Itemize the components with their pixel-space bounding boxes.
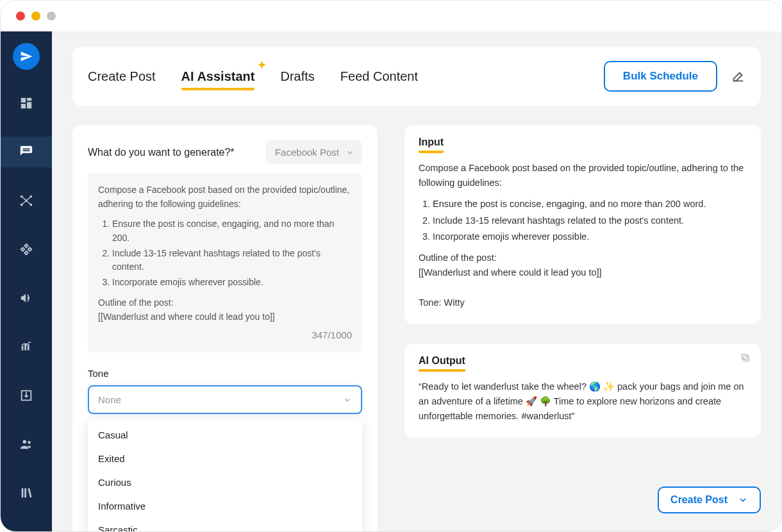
- prompt-textarea[interactable]: Compose a Facebook post based on the pro…: [88, 173, 362, 353]
- outline-value: [[Wanderlust and where could it lead you…: [98, 310, 352, 324]
- sidebar-item-team[interactable]: [1, 429, 52, 460]
- input-g1: Ensure the post is concise, engaging, an…: [433, 197, 747, 212]
- chevron-down-icon: [343, 395, 352, 404]
- svg-rect-8: [742, 354, 747, 359]
- copy-icon[interactable]: [740, 353, 751, 363]
- tab-ai-assistant[interactable]: AI Assistant ✦: [181, 69, 255, 84]
- sidebar: [1, 31, 52, 531]
- sidebar-item-analytics[interactable]: [1, 331, 52, 362]
- tone-option-casual[interactable]: Casual: [88, 423, 362, 447]
- input-guidelines: Ensure the post is concise, engaging, an…: [419, 197, 747, 244]
- output-card-title: AI Output: [419, 355, 465, 372]
- input-card: Input Compose a Facebook post based on t…: [404, 125, 761, 324]
- chevron-down-icon: [738, 495, 748, 505]
- window-close-dot[interactable]: [16, 12, 25, 21]
- chevron-down-icon: [345, 148, 354, 157]
- guideline-2: Include 13-15 relevant hashtags related …: [112, 247, 352, 274]
- tab-list: Create Post AI Assistant ✦ Drafts Feed C…: [88, 69, 418, 84]
- tab-drafts[interactable]: Drafts: [280, 69, 314, 84]
- guideline-1: Ensure the post is concise, engaging, an…: [112, 217, 352, 245]
- grid-icon: [19, 96, 33, 110]
- sidebar-item-library[interactable]: [1, 478, 52, 508]
- input-g2: Include 13-15 relevant hashtags related …: [433, 213, 747, 228]
- sparkle-icon: ✦: [258, 59, 266, 71]
- tab-create-post[interactable]: Create Post: [88, 69, 156, 84]
- input-outline-label: Outline of the post:: [419, 251, 747, 265]
- tone-select[interactable]: None: [88, 385, 362, 414]
- sidebar-item-dashboard[interactable]: [1, 88, 52, 119]
- output-card: AI Output “Ready to let wanderlust take …: [404, 344, 761, 438]
- create-post-button[interactable]: Create Post: [658, 486, 761, 513]
- tone-label: Tone: [88, 368, 362, 379]
- topbar: Create Post AI Assistant ✦ Drafts Feed C…: [72, 47, 761, 106]
- chart-icon: [19, 340, 33, 354]
- window-titlebar: [1, 1, 781, 31]
- main-content: Create Post AI Assistant ✦ Drafts Feed C…: [52, 31, 781, 531]
- window-maximize-dot[interactable]: [47, 12, 56, 21]
- sidebar-item-target[interactable]: [1, 234, 52, 265]
- sidebar-item-network[interactable]: [1, 185, 52, 216]
- megaphone-icon: [19, 291, 33, 305]
- people-icon: [19, 437, 33, 451]
- library-icon: [19, 486, 33, 500]
- tone-placeholder: None: [98, 394, 121, 405]
- tab-ai-assistant-label: AI Assistant: [181, 69, 255, 83]
- bulk-schedule-button[interactable]: Bulk Schedule: [604, 61, 717, 92]
- sidebar-item-compose[interactable]: [1, 137, 52, 167]
- send-icon: [20, 50, 33, 63]
- input-outline-value: [[Wanderlust and where could it lead you…: [419, 265, 747, 280]
- window-minimize-dot[interactable]: [31, 12, 40, 21]
- tone-option-curious[interactable]: Curious: [88, 470, 362, 494]
- post-type-select[interactable]: Facebook Post: [266, 140, 362, 164]
- prompt-intro: Compose a Facebook post based on the pro…: [98, 183, 352, 211]
- tab-feed-content[interactable]: Feed Content: [340, 69, 418, 84]
- svg-rect-7: [744, 356, 749, 361]
- prompt-guidelines: Ensure the post is concise, engaging, an…: [98, 217, 352, 289]
- input-card-title: Input: [419, 137, 444, 153]
- app-logo[interactable]: [13, 43, 40, 70]
- outline-label: Outline of the post:: [98, 296, 352, 310]
- generate-question-label: What do you want to generate?*: [88, 147, 235, 158]
- target-icon: [19, 242, 33, 256]
- network-icon: [19, 194, 33, 208]
- sidebar-item-announce[interactable]: [1, 283, 52, 313]
- guideline-3: Incorporate emojis wherever possible.: [112, 276, 352, 290]
- chat-icon: [19, 145, 33, 159]
- generator-panel: What do you want to generate?* Facebook …: [72, 125, 378, 532]
- app-window: Create Post AI Assistant ✦ Drafts Feed C…: [0, 0, 782, 532]
- tone-option-exited[interactable]: Exited: [88, 447, 362, 470]
- sidebar-item-inbox[interactable]: [1, 380, 52, 411]
- char-counter: 347/1000: [98, 328, 352, 342]
- input-g3: Incorporate emojis wherever possible.: [433, 229, 747, 244]
- input-intro: Compose a Facebook post based on the pro…: [419, 161, 747, 190]
- svg-point-6: [28, 441, 30, 444]
- input-tone-line: Tone: Witty: [419, 295, 747, 310]
- svg-point-5: [23, 440, 27, 444]
- output-text: “Ready to let wanderlust take the wheel?…: [419, 379, 747, 424]
- edit-icon[interactable]: [731, 69, 745, 83]
- tone-option-sarcastic[interactable]: Sarcastic: [88, 518, 362, 532]
- post-type-value: Facebook Post: [275, 147, 339, 158]
- tone-option-informative[interactable]: Informative: [88, 494, 362, 518]
- inbox-icon: [19, 388, 33, 403]
- tone-dropdown: Casual Exited Curious Informative Sarcas…: [88, 419, 362, 532]
- create-post-label: Create Post: [670, 494, 728, 506]
